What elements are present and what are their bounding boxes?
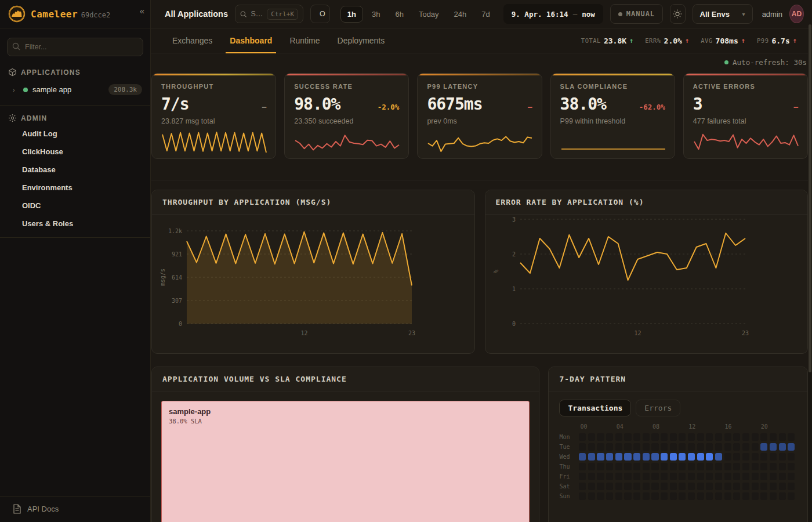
heatmap-cell[interactable]	[733, 433, 740, 441]
heatmap-cell[interactable]	[597, 463, 604, 470]
heatmap-cell[interactable]	[706, 483, 713, 490]
heatmap-cell[interactable]	[715, 453, 722, 461]
heatmap-cell[interactable]	[588, 473, 595, 480]
treemap-cell-sample-app[interactable]: sample-app 38.0% SLA	[161, 401, 530, 522]
heatmap-cell[interactable]	[615, 473, 622, 480]
heatmap-cell[interactable]	[760, 473, 767, 480]
heatmap-cell[interactable]	[752, 433, 759, 441]
heatmap-cell[interactable]	[670, 492, 677, 500]
heatmap-cell[interactable]	[715, 433, 722, 441]
heatmap-cell[interactable]	[779, 433, 786, 441]
heatmap-cell[interactable]	[688, 453, 695, 461]
heatmap-cell[interactable]	[633, 473, 640, 480]
heatmap-cell[interactable]	[597, 483, 604, 490]
heatmap-cell[interactable]	[661, 492, 668, 500]
heatmap-cell[interactable]	[633, 433, 640, 441]
heatmap-cell[interactable]	[706, 473, 713, 480]
tab-deployments[interactable]: Deployments	[329, 28, 394, 53]
heatmap-cell[interactable]	[724, 492, 731, 500]
heatmap-cell[interactable]	[679, 463, 686, 470]
heatmap-cell[interactable]	[688, 483, 695, 490]
heatmap-cell[interactable]	[624, 483, 631, 490]
heatmap-cell[interactable]	[588, 463, 595, 470]
heatmap-cell[interactable]	[760, 483, 767, 490]
heatmap-cell[interactable]	[615, 492, 622, 500]
heatmap-cell[interactable]	[579, 443, 586, 451]
heatmap-cell[interactable]	[579, 483, 586, 490]
heatmap-cell[interactable]	[661, 473, 668, 480]
heatmap-cell[interactable]	[724, 483, 731, 490]
heatmap-cell[interactable]	[697, 463, 704, 470]
heatmap-cell[interactable]	[651, 443, 658, 451]
heatmap-cell[interactable]	[697, 443, 704, 451]
heatmap-cell[interactable]	[579, 453, 586, 461]
heatmap-cell[interactable]	[670, 483, 677, 490]
heatmap-cell[interactable]	[606, 463, 613, 470]
tab-errors[interactable]: Errors	[636, 400, 680, 416]
heatmap-cell[interactable]	[770, 453, 777, 461]
heatmap-cell[interactable]	[770, 492, 777, 500]
heatmap-cell[interactable]	[697, 453, 704, 461]
heatmap-cell[interactable]	[651, 453, 658, 461]
sidebar-collapse-icon[interactable]: «	[140, 6, 144, 16]
heatmap-cell[interactable]	[733, 483, 740, 490]
heatmap-cell[interactable]	[715, 492, 722, 500]
heatmap-cell[interactable]	[706, 453, 713, 461]
heatmap-cell[interactable]	[615, 463, 622, 470]
heatmap-cell[interactable]	[579, 492, 586, 500]
tab-transactions[interactable]: Transactions	[559, 400, 631, 416]
heatmap-cell[interactable]	[679, 433, 686, 441]
heatmap-cell[interactable]	[643, 483, 650, 490]
user-avatar[interactable]: AD	[789, 5, 804, 23]
heatmap-cell[interactable]	[715, 463, 722, 470]
heatmap-cell[interactable]	[770, 463, 777, 470]
heatmap-cell[interactable]	[597, 433, 604, 441]
time-range-3h[interactable]: 3h	[365, 6, 386, 22]
heatmap-cell[interactable]	[661, 453, 668, 461]
heatmap-cell[interactable]	[670, 473, 677, 480]
sidebar-item-oidc[interactable]: OIDC	[0, 197, 150, 215]
heatmap-cell[interactable]	[752, 443, 759, 451]
environments-dropdown[interactable]: All Envs ▾	[693, 4, 753, 24]
heatmap-cell[interactable]	[788, 483, 795, 490]
heatmap-cell[interactable]	[597, 473, 604, 480]
sidebar-item-audit-log[interactable]: Audit Log	[0, 125, 150, 143]
heatmap-cell[interactable]	[633, 453, 640, 461]
heatmap-cell[interactable]	[670, 463, 677, 470]
heatmap-cell[interactable]	[597, 443, 604, 451]
date-range-display[interactable]: 9. Apr. 16:14 — now	[503, 4, 603, 24]
heatmap-cell[interactable]	[643, 463, 650, 470]
heatmap-cell[interactable]	[688, 473, 695, 480]
heatmap-cell[interactable]	[706, 463, 713, 470]
heatmap-cell[interactable]	[679, 483, 686, 490]
heatmap-cell[interactable]	[715, 473, 722, 480]
heatmap-cell[interactable]	[779, 443, 786, 451]
heatmap-cell[interactable]	[742, 483, 749, 490]
heatmap-cell[interactable]	[661, 463, 668, 470]
heatmap-cell[interactable]	[752, 492, 759, 500]
heatmap-cell[interactable]	[788, 453, 795, 461]
heatmap-cell[interactable]	[643, 453, 650, 461]
scrollbar-thumb[interactable]	[809, 24, 811, 372]
heatmap-cell[interactable]	[661, 443, 668, 451]
heatmap-cell[interactable]	[624, 463, 631, 470]
time-range-7d[interactable]: 7d	[475, 6, 496, 22]
heatmap-cell[interactable]	[715, 443, 722, 451]
sidebar-item-users-roles[interactable]: Users & Roles	[0, 215, 150, 233]
heatmap-cell[interactable]	[606, 473, 613, 480]
tab-dashboard[interactable]: Dashboard	[221, 28, 281, 53]
heatmap-cell[interactable]	[588, 483, 595, 490]
heatmap-cell[interactable]	[742, 443, 749, 451]
sidebar-item-database[interactable]: Database	[0, 161, 150, 179]
heatmap-cell[interactable]	[661, 483, 668, 490]
heatmap-cell[interactable]	[742, 492, 749, 500]
heatmap-cell[interactable]	[724, 443, 731, 451]
heatmap-cell[interactable]	[760, 492, 767, 500]
heatmap-cell[interactable]	[733, 453, 740, 461]
heatmap-cell[interactable]	[715, 483, 722, 490]
heatmap-cell[interactable]	[670, 443, 677, 451]
time-range-today[interactable]: Today	[412, 6, 445, 22]
heatmap-cell[interactable]	[651, 483, 658, 490]
heatmap-cell[interactable]	[615, 483, 622, 490]
heatmap-cell[interactable]	[788, 433, 795, 441]
